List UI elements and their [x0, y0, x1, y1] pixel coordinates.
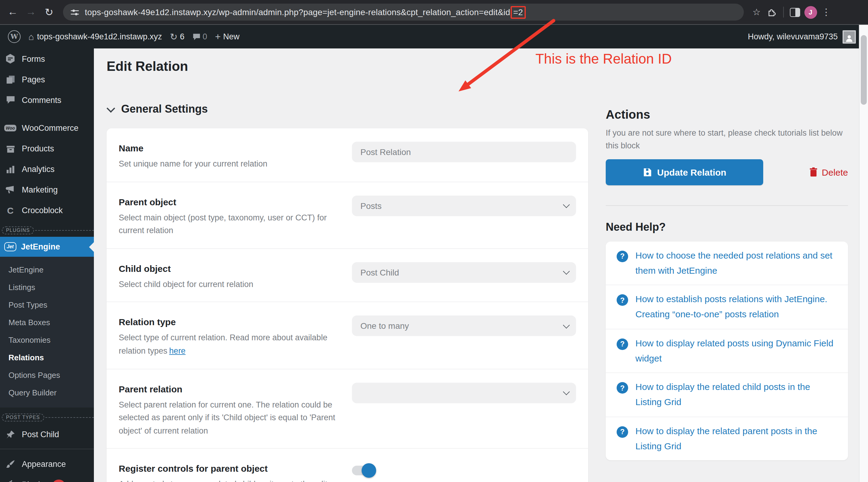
actions-hint: If you are not sure where to start, plea…	[606, 127, 848, 153]
sidebar-item-forms[interactable]: Forms	[0, 49, 94, 69]
field-row-parent-object: Parent object Select main object (post t…	[106, 182, 588, 249]
crocoblock-icon: C	[4, 204, 17, 216]
wp-sidebar-menu: Forms Pages Comments Woo WooCommerce Pro…	[0, 49, 94, 482]
browser-profile-avatar[interactable]: J	[803, 6, 818, 19]
help-link-dynamic-field[interactable]: ? How to display related posts using Dyn…	[606, 329, 848, 373]
account-menu[interactable]: Howdy, wilevuvama9735	[748, 30, 856, 43]
parent-object-select[interactable]: Posts	[352, 195, 576, 216]
name-input[interactable]	[352, 142, 576, 162]
chevron-down-icon	[563, 201, 570, 208]
child-object-desc: Select child object for current relation	[119, 278, 343, 291]
submenu-jetengine[interactable]: JetEngine	[0, 261, 94, 279]
help-link-parent-posts-grid[interactable]: ? How to display the related parent post…	[606, 417, 848, 460]
actions-title: Actions	[606, 108, 848, 122]
plugins-update-badge: 5	[53, 480, 65, 482]
updates-link[interactable]: ↻ 6	[170, 31, 184, 42]
toggle-knob	[362, 463, 376, 478]
products-box-icon	[4, 142, 17, 154]
help-link-child-posts-grid[interactable]: ? How to display the related child posts…	[606, 373, 848, 417]
address-bar[interactable]: tops-goshawk-49e1d2.instawp.xyz/wp-admin…	[63, 4, 744, 21]
pushpin-icon	[4, 428, 17, 440]
field-row-name: Name Set unique name for your current re…	[106, 128, 588, 182]
general-settings-card: Name Set unique name for your current re…	[106, 128, 588, 482]
active-menu-arrow	[89, 242, 94, 252]
bookmark-star-icon[interactable]: ☆	[749, 7, 765, 18]
parent-relation-label: Parent relation	[119, 384, 343, 394]
site-settings-icon[interactable]	[70, 7, 79, 17]
delete-relation-link[interactable]: Delete	[809, 167, 848, 178]
relation-type-select[interactable]: One to many	[352, 316, 576, 336]
submenu-options-pages[interactable]: Options Pages	[0, 366, 94, 384]
relation-types-here-link[interactable]: here	[169, 346, 186, 355]
update-relation-button[interactable]: Update Relation	[606, 159, 763, 185]
browser-forward-icon[interactable]: →	[22, 3, 40, 21]
browser-toolbar: ← → ↻ tops-goshawk-49e1d2.instawp.xyz/wp…	[0, 0, 868, 25]
comments-link[interactable]: 0	[192, 32, 207, 41]
sidebar-item-post-child[interactable]: Post Child	[0, 424, 94, 445]
pages-icon	[4, 73, 17, 85]
wp-logo-menu[interactable]: W	[8, 30, 21, 43]
question-circle-icon: ?	[617, 382, 628, 394]
sidebar-item-jetengine[interactable]: Jet JetEngine	[0, 237, 94, 257]
sidebar-item-pages[interactable]: Pages	[0, 69, 94, 90]
browser-menu-icon[interactable]: ⋮	[818, 7, 834, 18]
child-object-select[interactable]: Post Child	[352, 262, 576, 283]
post-types-separator: POST TYPES	[0, 412, 94, 422]
register-controls-toggle[interactable]	[352, 466, 374, 476]
trash-icon	[809, 167, 817, 177]
site-name-link[interactable]: ⌂ tops-goshawk-49e1d2.instawp.xyz	[28, 31, 162, 42]
wp-admin-bar: W ⌂ tops-goshawk-49e1d2.instawp.xyz ↻ 6 …	[0, 25, 860, 49]
parent-relation-select[interactable]	[352, 382, 576, 403]
relation-type-label: Relation type	[119, 317, 343, 327]
submenu-taxonomies[interactable]: Taxonomies	[0, 331, 94, 349]
sidebar-item-marketing[interactable]: Marketing	[0, 179, 94, 200]
comments-icon	[4, 94, 17, 106]
side-panel-icon[interactable]	[787, 7, 803, 17]
chevron-down-icon	[563, 322, 570, 328]
chevron-down-icon	[106, 104, 115, 113]
annotation-relation-id-text: This is the Relation ID	[535, 51, 672, 67]
sidebar-divider	[0, 449, 94, 449]
url-text: tops-goshawk-49e1d2.instawp.xyz/wp-admin…	[85, 7, 526, 17]
need-help-title: Need Help?	[606, 221, 848, 234]
sidebar-item-products[interactable]: Products	[0, 138, 94, 159]
submenu-relations[interactable]: Relations	[0, 349, 94, 366]
field-row-register-controls: Register controls for parent object Adds…	[106, 449, 588, 482]
save-icon	[643, 168, 652, 177]
browser-back-icon[interactable]: ←	[4, 3, 22, 21]
sidebar-item-crocoblock[interactable]: C Crocoblock	[0, 200, 94, 220]
submenu-listings[interactable]: Listings	[0, 279, 94, 296]
relation-type-desc: Select type of current relation. Read mo…	[119, 331, 343, 358]
sidebar-item-appearance[interactable]: Appearance	[0, 454, 94, 474]
section-title: General Settings	[121, 103, 208, 116]
updates-icon: ↻	[170, 31, 178, 42]
help-link-establish-relations[interactable]: ? How to establish posts relations with …	[606, 286, 848, 329]
jetengine-submenu: JetEngine Listings Post Types Meta Boxes…	[0, 257, 94, 408]
help-link-choose-relations[interactable]: ? How to choose the needed post relation…	[606, 242, 848, 286]
actions-divider	[606, 205, 848, 206]
submenu-post-types[interactable]: Post Types	[0, 296, 94, 314]
chevron-down-icon	[563, 268, 570, 275]
chevron-down-icon	[563, 388, 570, 395]
sidebar-item-comments[interactable]: Comments	[0, 90, 94, 110]
page-title: Edit Relation	[106, 59, 588, 74]
new-content-link[interactable]: + New	[215, 31, 240, 42]
sidebar-item-plugins[interactable]: Plugins 5	[0, 474, 94, 482]
plus-icon: +	[215, 31, 221, 42]
sidebar-item-woocommerce[interactable]: Woo WooCommerce	[0, 118, 94, 138]
parent-relation-desc: Select parent relation for current one. …	[119, 398, 343, 438]
analytics-bars-icon	[4, 163, 17, 175]
plugin-icon	[2, 476, 19, 482]
browser-reload-icon[interactable]: ↻	[40, 3, 58, 21]
child-object-label: Child object	[119, 263, 343, 274]
field-row-parent-relation: Parent relation Select parent relation f…	[106, 369, 588, 449]
general-settings-toggle[interactable]: General Settings	[106, 103, 588, 116]
page-scrollbar-thumb[interactable]	[861, 35, 867, 105]
sidebar-item-analytics[interactable]: Analytics	[0, 159, 94, 179]
megaphone-icon	[4, 184, 17, 196]
screen: ← → ↻ tops-goshawk-49e1d2.instawp.xyz/wp…	[0, 0, 868, 482]
field-row-relation-type: Relation type Select type of current rel…	[106, 302, 588, 369]
submenu-query-builder[interactable]: Query Builder	[0, 384, 94, 401]
submenu-meta-boxes[interactable]: Meta Boxes	[0, 314, 94, 331]
extensions-puzzle-icon[interactable]	[765, 7, 780, 17]
